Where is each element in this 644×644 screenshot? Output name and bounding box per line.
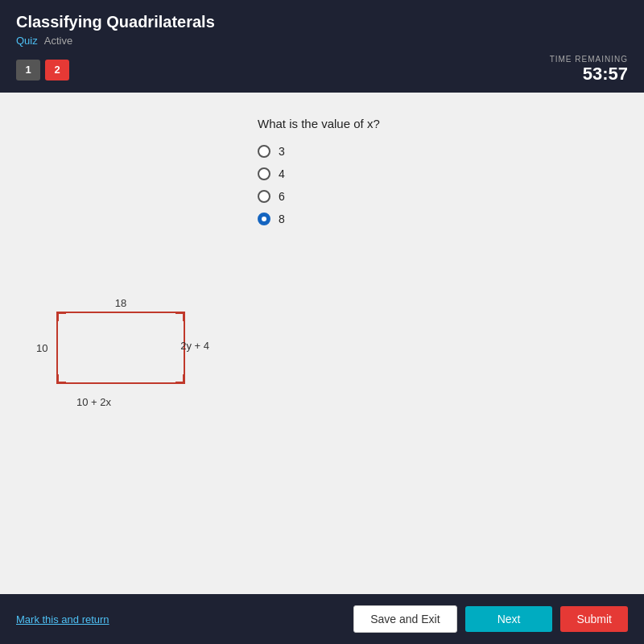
rectangle-box — [56, 312, 185, 384]
time-value: 53:57 — [550, 64, 628, 85]
option-4[interactable]: 4 — [258, 167, 612, 180]
options-list: 3 4 6 8 — [258, 145, 612, 225]
corner-bl — [58, 374, 66, 382]
diagram-top-label: 18 — [115, 297, 126, 309]
question-nav-btn-1[interactable]: 1 — [16, 60, 40, 80]
next-button[interactable]: Next — [465, 606, 553, 632]
question-nav: 1 2 TIME REMAINING 53:57 — [16, 55, 628, 85]
option-label-6: 6 — [279, 190, 285, 203]
time-label: TIME REMAINING — [550, 55, 628, 64]
quiz-active-status: Active — [44, 35, 72, 47]
option-8[interactable]: 8 — [258, 213, 612, 225]
option-label-3: 3 — [279, 145, 285, 158]
radio-3[interactable] — [258, 145, 270, 158]
radio-8[interactable] — [258, 213, 270, 225]
quiz-title: Classifying Quadrilaterals — [16, 13, 628, 31]
top-bar: Classifying Quadrilaterals Quiz Active 1… — [0, 0, 644, 93]
diagram-left-label: 10 — [36, 341, 47, 353]
option-label-8: 8 — [279, 213, 285, 225]
diagram-area: 18 10 2y + 4 10 + 2x — [32, 117, 209, 578]
bottom-bar: Mark this and return Save and Exit Next … — [0, 594, 644, 644]
option-label-4: 4 — [279, 167, 285, 180]
answer-area: What is the value of x? 3 4 6 8 — [258, 117, 612, 578]
corner-tl — [58, 313, 66, 321]
time-remaining: TIME REMAINING 53:57 — [550, 55, 628, 85]
diagram-right-label: 2y + 4 — [180, 340, 209, 352]
submit-button[interactable]: Submit — [560, 606, 628, 632]
save-exit-button[interactable]: Save and Exit — [353, 605, 456, 633]
quiz-label: Quiz — [16, 35, 38, 47]
nav-buttons: 1 2 — [16, 60, 69, 80]
rectangle-container: 18 10 2y + 4 10 + 2x — [32, 295, 209, 408]
diagram-bottom-label: 10 + 2x — [76, 396, 111, 408]
mark-return-link[interactable]: Mark this and return — [16, 613, 109, 625]
option-6[interactable]: 6 — [258, 190, 612, 203]
radio-4[interactable] — [258, 167, 270, 180]
corner-br — [175, 374, 184, 382]
main-content: 18 10 2y + 4 10 + 2x What is the value o… — [0, 93, 644, 594]
option-3[interactable]: 3 — [258, 145, 612, 158]
bottom-buttons: Save and Exit Next Submit — [353, 605, 628, 633]
radio-6[interactable] — [258, 190, 270, 203]
corner-tr — [175, 313, 184, 321]
question-nav-btn-2[interactable]: 2 — [45, 60, 69, 80]
question-text: What is the value of x? — [258, 117, 612, 130]
quiz-status: Quiz Active — [16, 35, 628, 47]
screen: Classifying Quadrilaterals Quiz Active 1… — [0, 0, 644, 644]
